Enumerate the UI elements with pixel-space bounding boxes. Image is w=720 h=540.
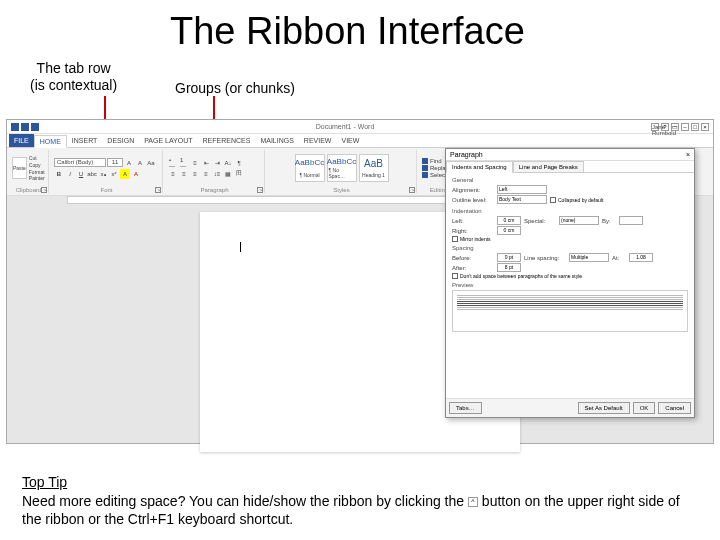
mirror-label: Mirror indents: [460, 236, 491, 242]
after-spinner[interactable]: 8 pt: [497, 263, 521, 272]
format-painter-button[interactable]: Format Painter: [29, 169, 45, 181]
tab-page-layout[interactable]: PAGE LAYOUT: [139, 134, 197, 147]
font-color-icon[interactable]: A: [131, 169, 141, 179]
find-icon: [422, 158, 428, 164]
copy-button[interactable]: Copy: [29, 162, 45, 168]
grow-font-icon[interactable]: A: [124, 158, 134, 168]
select-button[interactable]: Select: [422, 172, 447, 178]
before-spinner[interactable]: 0 pt: [497, 253, 521, 262]
tab-view[interactable]: VIEW: [336, 134, 364, 147]
dialog-launcher-clipboard[interactable]: ↘: [41, 187, 47, 193]
show-marks-icon[interactable]: ¶: [234, 158, 244, 168]
after-label: After:: [452, 265, 494, 271]
quick-access-toolbar[interactable]: [11, 123, 39, 131]
superscript-icon[interactable]: x²: [109, 169, 119, 179]
line-spacing-icon[interactable]: ↕≡: [212, 169, 222, 179]
select-icon: [422, 172, 428, 178]
set-default-button[interactable]: Set As Default: [578, 402, 630, 414]
line-spacing-label: Line spacing:: [524, 255, 566, 261]
change-case-icon[interactable]: Aa: [146, 158, 156, 168]
borders-icon[interactable]: 田: [234, 169, 244, 179]
strikethrough-icon[interactable]: abc: [87, 169, 97, 179]
dialog-close-icon[interactable]: ×: [686, 151, 690, 158]
decrease-indent-icon[interactable]: ⇤: [201, 158, 211, 168]
by-spinner[interactable]: [619, 216, 643, 225]
style-normal[interactable]: AaBbCc¶ Normal: [295, 154, 325, 182]
qat-save-icon[interactable]: [21, 123, 29, 131]
maximize-icon[interactable]: □: [691, 123, 699, 131]
section-preview: Preview: [452, 282, 688, 332]
no-space-checkbox[interactable]: [452, 273, 458, 279]
tab-insert[interactable]: INSERT: [67, 134, 103, 147]
line-spacing-dropdown[interactable]: Multiple: [569, 253, 609, 262]
user-name[interactable]: Jane Rumbold: [651, 123, 659, 131]
align-center-icon[interactable]: ≡: [179, 169, 189, 179]
at-spinner[interactable]: 1.08: [629, 253, 653, 262]
outline-dropdown[interactable]: Body Text: [497, 195, 547, 204]
align-left-icon[interactable]: ≡: [168, 169, 178, 179]
justify-icon[interactable]: ≡: [201, 169, 211, 179]
dialog-launcher-font[interactable]: ↘: [155, 187, 161, 193]
find-button[interactable]: Find: [422, 158, 442, 164]
ribbon-collapse-icon[interactable]: ▭: [671, 123, 679, 131]
underline-button[interactable]: U: [76, 169, 86, 179]
font-name-dropdown[interactable]: Calibri (Body): [54, 158, 106, 167]
ok-button[interactable]: OK: [633, 402, 656, 414]
paste-button[interactable]: Paste: [12, 157, 27, 179]
dialog-body: General Alignment:Left Outline level:Bod…: [446, 173, 694, 398]
at-label: At:: [612, 255, 626, 261]
annotation-tab-row-line1: The tab row: [37, 60, 111, 76]
tab-file[interactable]: FILE: [9, 134, 34, 147]
indent-left-spinner[interactable]: 0 cm: [497, 216, 521, 225]
outline-label: Outline level:: [452, 197, 494, 203]
dialog-launcher-paragraph[interactable]: ↘: [257, 187, 263, 193]
indent-right-spinner[interactable]: 0 cm: [497, 226, 521, 235]
alignment-dropdown[interactable]: Left: [497, 185, 547, 194]
increase-indent-icon[interactable]: ⇥: [212, 158, 222, 168]
tab-references[interactable]: REFERENCES: [198, 134, 256, 147]
dialog-launcher-styles[interactable]: ↘: [409, 187, 415, 193]
collapsed-label: Collapsed by default: [558, 197, 603, 203]
help-icon[interactable]: ?: [661, 123, 669, 131]
dialog-title-bar[interactable]: Paragraph ×: [446, 149, 694, 161]
style-heading-1[interactable]: AaBHeading 1: [359, 154, 389, 182]
special-dropdown[interactable]: (none): [559, 216, 599, 225]
shading-icon[interactable]: ▦: [223, 169, 233, 179]
group-label-styles: Styles↘: [270, 186, 413, 193]
top-tip: Top Tip Need more editing space? You can…: [22, 473, 698, 528]
multilevel-icon[interactable]: ≡: [190, 158, 200, 168]
dialog-title: Paragraph: [450, 151, 483, 158]
section-spacing-label: Spacing: [452, 245, 688, 251]
bullets-icon[interactable]: •—: [168, 158, 178, 168]
indent-right-label: Right:: [452, 228, 494, 234]
section-general: General Alignment:Left Outline level:Bod…: [452, 177, 688, 205]
sort-icon[interactable]: A↓: [223, 158, 233, 168]
dialog-tab-line-breaks[interactable]: Line and Page Breaks: [513, 161, 584, 172]
italic-button[interactable]: I: [65, 169, 75, 179]
shrink-font-icon[interactable]: A: [135, 158, 145, 168]
minimize-icon[interactable]: –: [681, 123, 689, 131]
annotation-tab-row-line2: (is contextual): [30, 77, 117, 93]
tabs-button[interactable]: Tabs…: [449, 402, 482, 414]
style-no-spacing[interactable]: AaBbCc¶ No Spac…: [327, 154, 357, 182]
close-icon[interactable]: ×: [701, 123, 709, 131]
tab-home[interactable]: HOME: [34, 135, 67, 148]
tab-design[interactable]: DESIGN: [102, 134, 139, 147]
font-size-dropdown[interactable]: 11: [107, 158, 123, 167]
mirror-checkbox[interactable]: [452, 236, 458, 242]
subscript-icon[interactable]: x₂: [98, 169, 108, 179]
bold-button[interactable]: B: [54, 169, 64, 179]
highlight-icon[interactable]: A: [120, 169, 130, 179]
numbering-icon[interactable]: 1—: [179, 158, 189, 168]
align-right-icon[interactable]: ≡: [190, 169, 200, 179]
cancel-button[interactable]: Cancel: [658, 402, 691, 414]
cut-button[interactable]: Cut: [29, 155, 45, 161]
styles-gallery[interactable]: AaBbCc¶ Normal AaBbCc¶ No Spac… AaBHeadi…: [295, 154, 389, 182]
tab-review[interactable]: REVIEW: [299, 134, 337, 147]
arrow-tab-row: [104, 96, 106, 120]
dialog-tab-indents[interactable]: Indents and Spacing: [446, 161, 513, 173]
tab-mailings[interactable]: MAILINGS: [255, 134, 298, 147]
collapsed-checkbox[interactable]: [550, 197, 556, 203]
annotation-tab-row: The tab row (is contextual): [30, 60, 117, 94]
qat-undo-icon[interactable]: [31, 123, 39, 131]
